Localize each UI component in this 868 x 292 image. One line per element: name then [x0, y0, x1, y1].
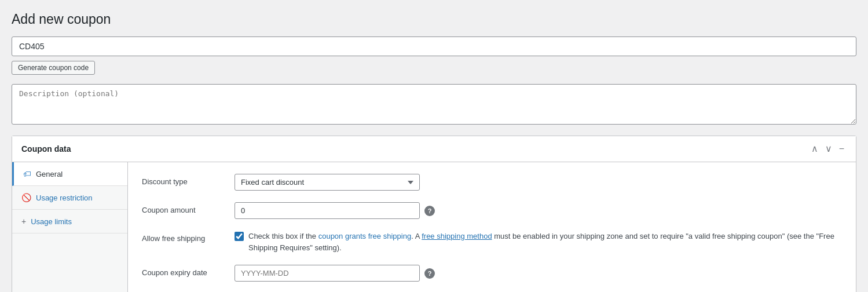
generate-coupon-code-button[interactable]: Generate coupon code	[12, 61, 95, 75]
coupon-data-body: 🏷 General 🚫 Usage restriction + Usage li…	[12, 162, 856, 292]
coupon-data-header: Coupon data ∧ ∨ −	[12, 136, 856, 162]
allow-free-shipping-row: Allow free shipping Check this box if th…	[142, 231, 842, 253]
coupon-data-box: Coupon data ∧ ∨ − 🏷 General 🚫 Usage rest…	[12, 136, 856, 292]
collapse-down-button[interactable]: ∨	[823, 143, 834, 155]
allow-free-shipping-label: Allow free shipping	[142, 231, 235, 243]
plus-icon: +	[21, 217, 26, 226]
allow-free-shipping-checkbox[interactable]	[235, 232, 244, 241]
sidebar-item-general[interactable]: 🏷 General	[12, 162, 127, 186]
collapse-up-button[interactable]: ∧	[809, 143, 821, 155]
sidebar-item-label-usage-limits: Usage limits	[31, 217, 72, 226]
allow-free-shipping-control: Check this box if the coupon grants free…	[235, 231, 842, 253]
sidebar-item-usage-restriction[interactable]: 🚫 Usage restriction	[12, 186, 127, 210]
coupon-amount-input[interactable]	[235, 202, 420, 219]
discount-type-row: Discount type Percentage discount Fixed …	[142, 174, 842, 191]
coupon-expiry-date-control: ?	[235, 265, 842, 282]
free-shipping-text: Check this box if the coupon grants free…	[248, 231, 842, 253]
coupon-data-title: Coupon data	[21, 144, 71, 154]
discount-type-label: Discount type	[142, 174, 235, 186]
header-controls: ∧ ∨ −	[809, 143, 847, 155]
coupon-grants-text: coupon grants free shipping	[318, 232, 411, 240]
sidebar-item-label-usage-restriction: Usage restriction	[36, 194, 93, 202]
toggle-button[interactable]: −	[837, 143, 847, 155]
coupon-expiry-date-input[interactable]	[235, 265, 420, 282]
coupon-expiry-date-label: Coupon expiry date	[142, 265, 235, 277]
discount-type-control: Percentage discount Fixed cart discount …	[235, 174, 842, 191]
main-content: Discount type Percentage discount Fixed …	[128, 162, 856, 292]
free-shipping-method-link[interactable]: free shipping method	[422, 232, 492, 240]
coupon-amount-help-icon: ?	[424, 206, 435, 216]
description-textarea[interactable]	[12, 84, 856, 125]
coupon-expiry-date-row: Coupon expiry date ?	[142, 265, 842, 282]
tag-icon: 🏷	[23, 169, 31, 178]
coupon-expiry-help-icon: ?	[424, 268, 435, 279]
sidebar-item-usage-limits[interactable]: + Usage limits	[12, 210, 127, 233]
sidebar-item-label-general: General	[36, 170, 63, 178]
coupon-amount-row: Coupon amount ?	[142, 202, 842, 219]
restriction-icon: 🚫	[21, 193, 31, 202]
coupon-amount-label: Coupon amount	[142, 202, 235, 214]
free-shipping-checkbox-row: Check this box if the coupon grants free…	[235, 231, 842, 253]
coupon-amount-control: ?	[235, 202, 842, 219]
page-title: Add new coupon	[12, 12, 856, 27]
sidebar-nav: 🏷 General 🚫 Usage restriction + Usage li…	[12, 162, 128, 292]
coupon-code-input[interactable]	[12, 36, 856, 56]
discount-type-select[interactable]: Percentage discount Fixed cart discount …	[235, 174, 420, 191]
